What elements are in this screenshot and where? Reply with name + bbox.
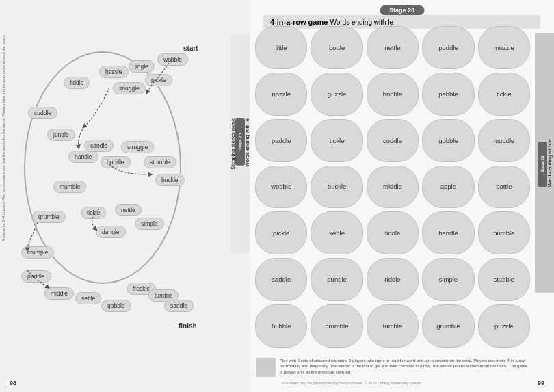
word-pill-bundle[interactable]: bundle (311, 258, 362, 301)
path-game-area: start wobble jingle pickle snuggle hassl… (3, 14, 229, 371)
word-pill-stubble[interactable]: stubble (478, 258, 530, 301)
path-word-middle: middle (44, 287, 74, 300)
note-text: Play with 2 sets of coloured counters. 2… (280, 358, 530, 375)
copyright-note: This sheet may be photocopied by the pur… (281, 381, 530, 385)
path-word-gobble: gobble (101, 300, 131, 312)
word-pill-grumble[interactable]: grumble (422, 304, 474, 348)
path-word-paddle: paddle (21, 270, 51, 283)
path-word-candle: candle (84, 140, 114, 152)
word-pill-gobble[interactable]: gobble (422, 119, 474, 162)
word-pill-tumble[interactable]: tumble (367, 304, 419, 348)
right-page: Stage 20 4-in-a-row game Words ending wi… (250, 0, 554, 392)
path-word-stumble: stumble (144, 156, 176, 168)
left-sidebar: Stepping stones game Stage 20 Words endi… (230, 34, 250, 253)
word-pill-riddle[interactable]: riddle (367, 258, 419, 301)
path-word-snuggle: snuggle (113, 82, 146, 94)
page-number-right: 99 (538, 380, 544, 387)
path-word-fiddle: fiddle (64, 77, 90, 89)
path-word-wobble: wobble (157, 53, 188, 66)
path-word-grumble: grumble (32, 211, 66, 223)
path-word-handle: handle (68, 151, 98, 163)
word-pill-fiddle[interactable]: fiddle (367, 211, 419, 254)
word-pill-little[interactable]: little (255, 26, 307, 69)
game-title-label: Stepping stones game Stage 20 Words endi… (230, 118, 250, 170)
word-pill-crumble[interactable]: crumble (311, 304, 362, 348)
game-subtitle: Words ending with le (330, 18, 393, 26)
path-word-pickle: pickle (145, 74, 172, 86)
path-word-dangle: dangle (96, 226, 126, 238)
word-pill-bottle[interactable]: bottle (311, 26, 362, 69)
right-sidebar: Stage 20 Words ending with le (535, 33, 554, 293)
word-pill-pickle[interactable]: pickle (255, 211, 307, 254)
path-word-buckle: buckle (155, 174, 185, 186)
word-pill-handle[interactable]: handle (422, 211, 474, 254)
game-title: 4-in-a-row game (270, 18, 328, 26)
word-pill-cuddle[interactable]: cuddle (367, 119, 419, 162)
path-word-crumple: crumple (21, 246, 54, 259)
word-pill-simple[interactable]: simple (422, 258, 474, 301)
path-container: start wobble jingle pickle snuggle hassl… (3, 14, 229, 371)
path-word-jungle: jungle (47, 129, 75, 141)
path-word-tickle: tickle (81, 207, 106, 219)
word-pill-muddle[interactable]: muddle (478, 119, 530, 162)
path-word-struggle: struggle (121, 141, 154, 153)
word-pill-nettle[interactable]: nettle (367, 26, 419, 69)
word-pill-muzzle[interactable]: muzzle (478, 26, 530, 69)
word-pill-puzzle[interactable]: puzzle (478, 304, 530, 348)
word-pill-buckle[interactable]: buckle (311, 166, 362, 209)
stage-banner: Stage 20 (380, 5, 424, 15)
word-pill-wobble[interactable]: wobble (255, 166, 307, 209)
right-sidebar-text: Stage 20 Words ending with le (538, 139, 552, 187)
word-pill-tickle[interactable]: tickle (478, 73, 530, 116)
book-icon (256, 358, 276, 377)
path-word-cuddle: cuddle (28, 107, 57, 119)
path-word-simple: simple (135, 218, 164, 230)
word-pill-puddle[interactable]: puddle (422, 26, 474, 69)
word-pill-hobble[interactable]: hobble (367, 73, 419, 116)
word-pill-pebble[interactable]: pebble (422, 73, 474, 116)
word-pill-apple[interactable]: apple (422, 166, 474, 209)
word-pill-bubble[interactable]: bubble (255, 304, 307, 348)
path-word-settle: settle (75, 292, 101, 304)
path-word-nettle: nettle (115, 204, 142, 216)
word-pill-battle[interactable]: battle (478, 166, 530, 209)
word-pill-saddle[interactable]: saddle (255, 258, 307, 301)
path-word-mumble: mumble (53, 181, 86, 193)
word-grid: littlebottlenettlepuddlemuzzlenozzleguzz… (255, 26, 530, 348)
word-pill-middle[interactable]: middle (367, 166, 419, 209)
word-pill-tickle[interactable]: tickle (311, 119, 362, 162)
word-pill-kettle[interactable]: kettle (311, 211, 362, 254)
path-word-jingle: jingle (129, 60, 155, 73)
left-page: A game for 2–4 players. Play on counters… (0, 0, 250, 392)
page-number-left: 98 (10, 380, 16, 387)
path-word-hassle: hassle (99, 66, 129, 78)
path-word-saddle: saddle (164, 300, 194, 312)
bottom-note: Play with 2 sets of coloured counters. 2… (256, 358, 530, 377)
finish-label: finish (173, 320, 202, 332)
word-pill-nozzle[interactable]: nozzle (255, 73, 307, 116)
word-pill-paddle[interactable]: paddle (255, 119, 307, 162)
start-label: start (178, 42, 204, 54)
word-pill-guzzle[interactable]: guzzle (311, 73, 362, 116)
path-word-huddle: huddle (101, 156, 131, 168)
word-pill-bumble[interactable]: bumble (478, 211, 530, 254)
